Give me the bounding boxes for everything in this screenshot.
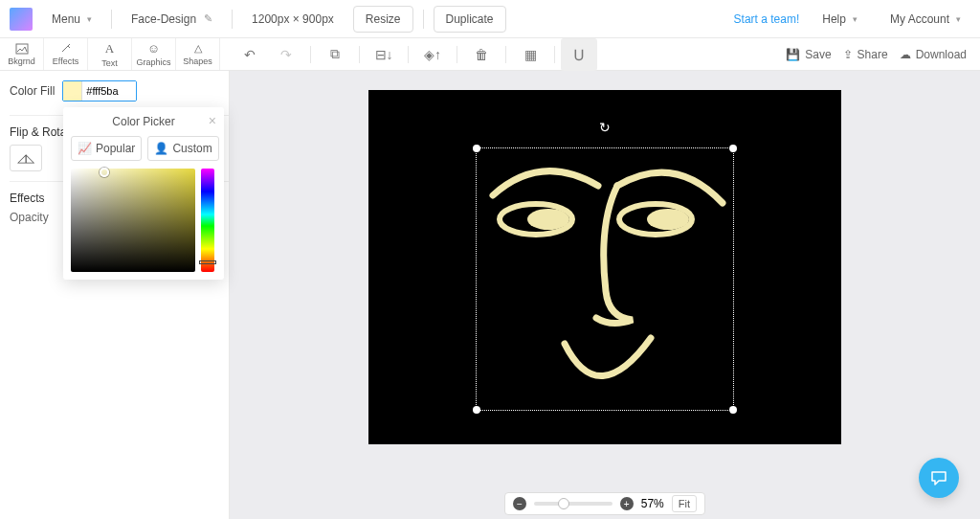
resize-button[interactable]: Resize bbox=[353, 6, 413, 33]
resize-handle-sw[interactable] bbox=[473, 406, 480, 414]
document-name[interactable]: Face-Design bbox=[122, 7, 222, 32]
grid-button[interactable]: ▦ bbox=[512, 38, 548, 71]
duplicate-button[interactable]: Duplicate bbox=[434, 6, 506, 33]
selection-box[interactable]: ↻ bbox=[476, 147, 734, 411]
resize-handle-nw[interactable] bbox=[473, 145, 480, 152]
copy-button[interactable]: ⧉ bbox=[317, 38, 353, 71]
tab-shapes[interactable]: △ Shapes bbox=[176, 38, 220, 70]
zoom-slider[interactable] bbox=[534, 502, 612, 506]
resize-handle-ne[interactable] bbox=[729, 145, 737, 152]
tab-label: Bkgrnd bbox=[8, 56, 35, 66]
delete-button[interactable]: 🗑 bbox=[463, 38, 500, 71]
tab-label: Effects bbox=[53, 56, 78, 66]
divider bbox=[554, 46, 555, 63]
snap-button[interactable]: ⋃ bbox=[561, 38, 597, 71]
help-chat-button[interactable] bbox=[919, 458, 959, 498]
divider bbox=[359, 46, 360, 63]
zoom-knob[interactable] bbox=[558, 498, 569, 509]
tab-label: Graphics bbox=[136, 57, 170, 67]
color-fill-label: Color Fill bbox=[10, 84, 55, 98]
hue-slider[interactable] bbox=[201, 169, 214, 272]
label: Custom bbox=[172, 142, 212, 155]
zoom-in-button[interactable]: + bbox=[620, 497, 634, 510]
close-icon[interactable]: × bbox=[209, 113, 216, 128]
label: Popular bbox=[96, 142, 135, 155]
layer-up-button[interactable]: ◈↑ bbox=[414, 38, 451, 71]
divider bbox=[232, 10, 233, 29]
picker-tab-custom[interactable]: 👤Custom bbox=[147, 136, 218, 161]
undo-button[interactable]: ↶ bbox=[232, 38, 268, 71]
divider bbox=[111, 10, 112, 29]
label: Download bbox=[916, 48, 967, 61]
divider bbox=[310, 46, 311, 63]
zoom-out-button[interactable]: − bbox=[513, 497, 526, 510]
tab-effects[interactable]: Effects bbox=[44, 38, 88, 70]
hue-handle[interactable] bbox=[199, 260, 216, 264]
divider bbox=[457, 46, 457, 63]
tab-label: Shapes bbox=[183, 56, 212, 66]
artboard[interactable]: ↻ bbox=[368, 90, 841, 444]
redo-button: ↷ bbox=[268, 38, 304, 71]
share-button[interactable]: ⇪Share bbox=[843, 48, 888, 61]
flip-horizontal-button[interactable]: ◿◺ bbox=[10, 145, 42, 171]
start-team-link[interactable]: Start a team! bbox=[734, 12, 800, 26]
zoom-value: 57% bbox=[641, 497, 664, 510]
sv-handle[interactable] bbox=[100, 168, 109, 177]
rotate-handle[interactable]: ↻ bbox=[599, 120, 611, 135]
layer-down-button[interactable]: ⊟↓ bbox=[366, 38, 402, 71]
triangle-icon: △ bbox=[194, 42, 202, 55]
color-fill-input[interactable] bbox=[62, 80, 137, 102]
zoom-bar: − + 57% Fit bbox=[504, 492, 705, 515]
my-account-button[interactable]: My Account bbox=[880, 7, 970, 32]
save-icon: 💾 bbox=[786, 48, 800, 61]
label: Save bbox=[805, 48, 831, 61]
help-button[interactable]: Help bbox=[813, 7, 867, 32]
resize-handle-se[interactable] bbox=[729, 406, 737, 414]
hex-input[interactable] bbox=[82, 81, 136, 101]
chat-icon bbox=[929, 468, 948, 487]
divider bbox=[423, 10, 424, 29]
color-picker-popover: × Color Picker 📈Popular 👤Custom bbox=[63, 107, 224, 280]
canvas-dimensions: 1200px × 900px bbox=[242, 7, 344, 32]
tab-background[interactable]: Bkgrnd bbox=[0, 38, 44, 70]
tab-text[interactable]: A Text bbox=[88, 38, 132, 70]
share-icon: ⇪ bbox=[843, 48, 853, 61]
color-picker-title: Color Picker bbox=[71, 115, 216, 128]
chart-icon: 📈 bbox=[78, 142, 92, 155]
picker-tab-popular[interactable]: 📈Popular bbox=[71, 136, 142, 161]
wand-icon bbox=[59, 43, 73, 55]
tab-graphics[interactable]: ☺ Graphics bbox=[132, 38, 176, 70]
divider bbox=[505, 46, 506, 63]
menu-button[interactable]: Menu bbox=[42, 7, 101, 32]
text-icon: A bbox=[105, 41, 114, 56]
user-icon: 👤 bbox=[154, 142, 168, 155]
save-button[interactable]: 💾Save bbox=[786, 48, 831, 61]
zoom-fit-button[interactable]: Fit bbox=[672, 495, 697, 512]
label: Share bbox=[858, 48, 888, 61]
color-swatch[interactable] bbox=[63, 81, 82, 101]
divider bbox=[408, 46, 409, 63]
download-button[interactable]: ☁Download bbox=[900, 48, 967, 61]
cloud-download-icon: ☁ bbox=[900, 48, 911, 61]
app-logo[interactable] bbox=[10, 8, 33, 31]
tab-label: Text bbox=[101, 58, 118, 68]
smiley-icon: ☺ bbox=[147, 41, 160, 56]
image-icon bbox=[15, 43, 29, 55]
saturation-value-field[interactable] bbox=[71, 169, 195, 272]
